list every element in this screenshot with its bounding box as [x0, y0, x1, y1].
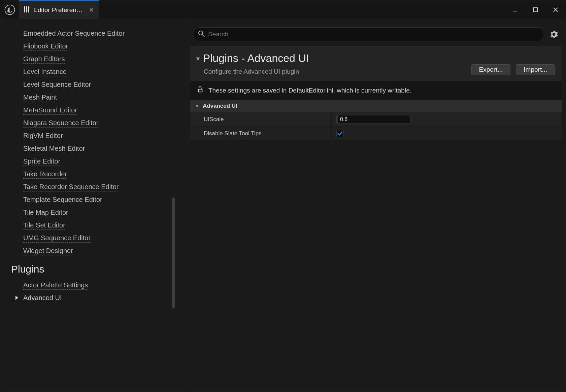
sidebar-item[interactable]: Widget Designer [23, 243, 182, 256]
window-minimize-button[interactable] [505, 0, 525, 19]
sidebar-item[interactable]: Template Sequence Editor [23, 192, 182, 205]
window-close-button[interactable] [545, 0, 566, 19]
sidebar-item-label: Niagara Sequence Editor [23, 119, 98, 128]
section-title: Plugins - Advanced UI [203, 52, 309, 65]
sidebar-item[interactable]: Take Recorder Sequence Editor [23, 179, 182, 192]
sidebar-item-advanced-ui[interactable]: Advanced UI [14, 290, 182, 304]
sidebar-item-label: Widget Designer [23, 247, 73, 255]
uiscale-input[interactable] [336, 115, 410, 124]
svg-point-4 [24, 7, 26, 9]
svg-point-0 [5, 5, 15, 14]
sidebar-item[interactable]: UMG Sequence Editor [23, 230, 182, 243]
sidebar-item-label: Tile Set Editor [23, 221, 65, 230]
svg-rect-8 [533, 8, 537, 12]
sidebar-item[interactable]: Niagara Sequence Editor [23, 115, 182, 128]
category-header[interactable]: ▼ Advanced UI [190, 100, 562, 112]
chevron-down-icon: ▼ [195, 104, 199, 109]
sidebar-item[interactable]: Level Instance [23, 64, 182, 77]
sidebar-item[interactable]: Flipbook Editor [23, 39, 182, 51]
sidebar-item-label: Sprite Editor [23, 157, 60, 166]
sidebar-item-label: Level Instance [23, 68, 67, 76]
sidebar-item-label: Template Sequence Editor [23, 196, 102, 204]
sidebar-item[interactable]: Mesh Paint [23, 90, 182, 103]
section-subtitle: Configure the Advanced UI plugin [195, 65, 465, 77]
svg-line-10 [202, 35, 204, 37]
section-header: ▼ Plugins - Advanced UI Configure the Ad… [190, 46, 562, 81]
sidebar-item[interactable]: Sprite Editor [23, 154, 182, 167]
sidebar-item-label: Embedded Actor Sequence Editor [23, 30, 125, 38]
caret-right-icon [14, 295, 20, 301]
sidebar-item-label: Mesh Paint [23, 94, 57, 102]
sidebar-item-label: Advanced UI [23, 294, 62, 302]
sidebar-item-label: Take Recorder Sequence Editor [23, 183, 119, 191]
sidebar-item-label: Take Recorder [23, 170, 67, 179]
sidebar-item-label: MetaSound Editor [23, 106, 77, 115]
sidebar-item-label: RigVM Editor [23, 132, 63, 140]
property-label: Disable Slate Tool Tips [190, 127, 332, 140]
svg-rect-7 [513, 11, 517, 11]
sidebar-item-label: Actor Palette Settings [23, 281, 88, 290]
sidebar-item[interactable]: Skeletal Mesh Editor [23, 141, 182, 154]
category-title: Advanced UI [203, 103, 237, 109]
settings-gear-button[interactable] [548, 29, 560, 40]
sliders-icon [23, 5, 31, 15]
search-input-container[interactable] [193, 27, 544, 41]
sidebar-item[interactable]: Take Recorder [23, 167, 182, 179]
sidebar-item[interactable]: Graph Editors [23, 51, 182, 64]
property-row-uiscale: UIScale [190, 112, 562, 127]
sidebar-item[interactable]: RigVM Editor [23, 128, 182, 141]
svg-point-5 [26, 10, 28, 11]
empty-space [190, 141, 562, 388]
export-button[interactable]: Export... [471, 64, 511, 75]
search-icon [198, 30, 205, 38]
writable-notice-text: These settings are saved in DefaultEdito… [208, 87, 411, 94]
tab-editor-preferences[interactable]: Editor Preferenc… ✕ [19, 0, 99, 19]
sidebar-item-label: Tile Map Editor [23, 209, 68, 217]
tab-close-icon[interactable]: ✕ [88, 6, 95, 14]
sidebar-item[interactable]: MetaSound Editor [23, 103, 182, 115]
titlebar: Editor Preferenc… ✕ [0, 0, 566, 19]
sidebar-item-label: UMG Sequence Editor [23, 234, 91, 243]
property-row-disable-tooltips: Disable Slate Tool Tips [190, 127, 562, 141]
sidebar-group-plugins: Plugins [8, 256, 182, 278]
sidebar-scrollbar[interactable] [172, 198, 175, 309]
sidebar-item-label: Flipbook Editor [23, 42, 68, 51]
sidebar: Embedded Actor Sequence Editor Flipbook … [0, 19, 186, 392]
sidebar-item-actor-palette[interactable]: Actor Palette Settings [23, 278, 182, 290]
import-button[interactable]: Import... [516, 64, 555, 75]
chevron-down-icon[interactable]: ▼ [195, 56, 201, 63]
app-logo[interactable] [0, 4, 19, 15]
disable-tooltips-checkbox[interactable] [336, 130, 344, 137]
main-panel: ▼ Plugins - Advanced UI Configure the Ad… [186, 19, 566, 392]
svg-point-6 [28, 7, 30, 8]
search-input[interactable] [208, 31, 539, 38]
window-root: Editor Preferenc… ✕ Embedded Actor Seque… [0, 0, 566, 392]
sidebar-item-label: Graph Editors [23, 55, 65, 64]
window-maximize-button[interactable] [525, 0, 545, 19]
sidebar-item[interactable]: Tile Set Editor [23, 218, 182, 230]
property-label: UIScale [190, 112, 332, 127]
sidebar-item[interactable]: Level Sequence Editor [23, 77, 182, 90]
svg-rect-2 [26, 6, 27, 12]
sidebar-item[interactable]: Tile Map Editor [23, 205, 182, 218]
tab-label: Editor Preferenc… [33, 6, 86, 14]
unlock-icon [196, 86, 204, 95]
svg-point-9 [199, 31, 203, 35]
sidebar-item[interactable]: Embedded Actor Sequence Editor [23, 26, 182, 39]
writable-notice: These settings are saved in DefaultEdito… [190, 81, 562, 100]
property-table: UIScale Disable Slate Tool Tips [190, 112, 562, 141]
sidebar-item-label: Skeletal Mesh Editor [23, 145, 85, 153]
sidebar-item-label: Level Sequence Editor [23, 81, 91, 89]
